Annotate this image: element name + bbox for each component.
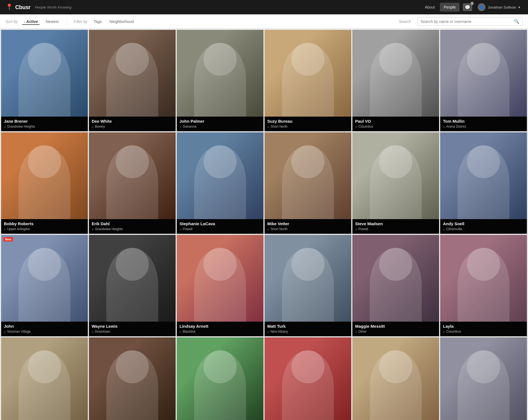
person-card-wayne-lewis[interactable]: Wayne Lewis⌂Downtown [89,235,176,336]
person-card-layla[interactable]: Layla⌂Columbus [440,235,527,336]
person-card-bobby-roberts[interactable]: Bobby Roberts⌂Upper Arlington [1,132,88,234]
location-icon: ⌂ [355,227,357,231]
person-card-suzy-bureau[interactable]: Suzy Bureau⌂Short North [265,30,351,131]
app-tagline: People Worth Knowing [35,5,71,9]
person-card-paul-vo[interactable]: Paul VO⌂Columbus [352,30,439,131]
search-icon: 🔍 [514,19,519,24]
sort-newest-button[interactable]: Newest [44,18,60,25]
person-card-steve-madsen[interactable]: Steve Madsen⌂Powell [352,132,439,234]
card-location-matt-turk: ⌂New Albany [267,330,349,334]
people-grid: Jane Brener⌂Grandview HeightsDee White⌂B… [0,29,528,420]
toolbar-divider [67,17,67,26]
location-icon: ⌂ [443,227,445,231]
person-card-jane-brener[interactable]: Jane Brener⌂Grandview Heights [1,30,88,131]
person-card-row4-5[interactable] [352,337,439,420]
card-name-matt-turk: Matt Turk [267,324,349,329]
chat-button[interactable]: 💬 0 [463,3,472,11]
location-text-jane-brener: Grandview Heights [7,125,35,128]
card-photo-tom-mullin [440,30,527,117]
card-name-wayne-lewis: Wayne Lewis [92,324,173,329]
location-icon: ⌂ [4,330,6,333]
card-info-mike-vetter: Mike Vetter⌂Short North [265,219,351,234]
card-name-suzy-bureau: Suzy Bureau [267,119,349,124]
card-name-stephanie-lacava: Stephanie LaCava [179,221,261,226]
filter-neighborhood-button[interactable]: Neighborhood [108,18,135,25]
location-text-lindsay-arnett: Blacklick [183,330,196,334]
location-text-stephanie-lacava: Powell [183,227,192,231]
person-card-dee-white[interactable]: Dee White⌂Bexley [89,30,176,131]
card-info-andy-soell: Andy Soell⌂Clintonville [440,219,527,234]
person-card-lindsay-arnett[interactable]: Lindsay Arnett⌂Blacklick [177,235,263,336]
location-icon: ⌂ [267,125,269,128]
person-card-andy-soell[interactable]: Andy Soell⌂Clintonville [440,132,527,234]
location-icon: ⌂ [4,227,6,231]
card-name-paul-vo: Paul VO [355,119,436,124]
card-info-john-victorian: John⌂Victorian Village [1,322,88,336]
person-card-row4-4[interactable] [265,337,351,420]
nav-links: About People 💬 0 👤 Jonathan Sullivan ▾ [421,2,522,12]
card-info-suzy-bureau: Suzy Bureau⌂Short North [265,117,351,131]
location-icon: ⌂ [443,125,445,128]
sort-section: Sort by ↓Active Newest [6,18,60,25]
chat-bubble-icon: 💬 0 [463,3,472,11]
card-photo-andy-soell [440,132,527,219]
person-card-maggie-messitt[interactable]: Maggie Messitt⌂Other [352,235,439,336]
card-photo-matt-turk [265,235,351,322]
person-card-john-palmer[interactable]: John Palmer⌂Gahanna [177,30,263,131]
card-photo-john-palmer [177,30,263,117]
search-wrapper: 🔍 [418,17,522,26]
card-name-andy-soell: Andy Soell [443,221,524,226]
card-location-john-victorian: ⌂Victorian Village [4,330,85,334]
card-location-lindsay-arnett: ⌂Blacklick [179,330,261,334]
location-text-maggie-messitt: Other [358,330,367,334]
card-name-tom-mullin: Tom Mullin [443,119,524,124]
location-icon: ⌂ [267,330,269,333]
card-name-john-palmer: John Palmer [179,119,261,124]
card-photo-row4-4 [265,337,351,420]
card-photo-dee-white [89,30,176,117]
card-photo-bobby-roberts [1,132,88,219]
person-card-stephanie-lacava[interactable]: Stephanie LaCava⌂Powell [177,132,263,234]
location-icon: ⌂ [443,330,445,333]
logo-pin-icon: 📍 [6,4,13,11]
person-card-row4-6[interactable] [440,337,527,420]
filter-tags-button[interactable]: Tags [92,18,104,25]
person-card-tom-mullin[interactable]: Tom Mullin⌂Arena District [440,30,527,131]
card-info-matt-turk: Matt Turk⌂New Albany [265,322,351,336]
card-location-mike-vetter: ⌂Short North [267,227,349,231]
person-card-matt-turk[interactable]: Matt Turk⌂New Albany [265,235,351,336]
location-icon: ⌂ [267,227,269,231]
card-photo-row4-6 [440,337,527,420]
location-text-matt-turk: New Albany [271,330,288,334]
search-input[interactable] [421,19,514,24]
location-text-steve-madsen: Powell [358,227,368,231]
location-icon: ⌂ [92,125,94,128]
user-avatar: 👤 [478,3,485,11]
nav-people[interactable]: People [440,3,460,12]
card-location-layla: ⌂Columbus [443,330,524,334]
brand[interactable]: 📍 Cbusr People Worth Knowing [6,4,72,11]
card-location-paul-vo: ⌂Columbus [355,125,436,128]
location-icon: ⌂ [92,227,94,231]
location-text-john-victorian: Victorian Village [7,330,31,334]
card-photo-paul-vo [352,30,439,117]
card-info-lindsay-arnett: Lindsay Arnett⌂Blacklick [177,322,263,336]
person-card-row4-2[interactable] [89,337,176,420]
person-card-john-victorian[interactable]: NewJohn⌂Victorian Village [1,235,88,336]
card-photo-row4-5 [352,337,439,420]
card-photo-mike-vetter [265,132,351,219]
navbar: 📍 Cbusr People Worth Knowing About Peopl… [0,0,528,14]
person-card-row4-1[interactable] [1,337,88,420]
sort-active-button[interactable]: ↓Active [22,18,39,25]
card-info-stephanie-lacava: Stephanie LaCava⌂Powell [177,219,263,234]
location-icon: ⌂ [179,125,181,128]
location-text-mike-vetter: Short North [271,227,287,231]
person-card-row4-3[interactable] [177,337,263,420]
person-card-mike-vetter[interactable]: Mike Vetter⌂Short North [265,132,351,234]
card-location-john-palmer: ⌂Gahanna [179,125,261,128]
person-card-erik-dahl[interactable]: Erik Dahl⌂Grandview Heights [89,132,176,234]
nav-about[interactable]: About [421,3,439,12]
card-photo-lindsay-arnett [177,235,263,322]
user-menu[interactable]: 👤 Jonathan Sullivan ▾ [476,2,522,12]
card-location-bobby-roberts: ⌂Upper Arlington [4,227,85,231]
